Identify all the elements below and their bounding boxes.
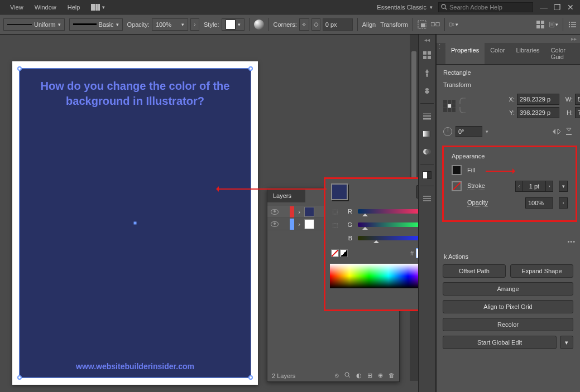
handle-tl[interactable] (17, 66, 22, 71)
more-options-icon[interactable]: ••• (567, 238, 577, 245)
view-grid-icon[interactable] (536, 20, 545, 29)
fill-swatch[interactable] (331, 183, 348, 200)
symbols-icon[interactable] (421, 85, 433, 96)
b-slider[interactable] (358, 236, 421, 240)
opacity-chevron[interactable]: › (559, 197, 568, 209)
tab-color[interactable]: Color (485, 43, 510, 64)
rotate-knob[interactable] (443, 127, 452, 136)
bw-swatch[interactable] (340, 249, 348, 257)
visibility-icon[interactable] (271, 209, 279, 215)
brush-select[interactable]: Basic ▾ (69, 18, 123, 31)
opacity-input[interactable]: 100%▾ (152, 18, 188, 31)
w-input[interactable] (575, 94, 580, 105)
expand-icon[interactable]: ▸▸ (437, 35, 580, 43)
view-doc-icon[interactable]: ▾ (549, 20, 558, 29)
menu-view[interactable]: View (4, 4, 29, 11)
svg-point-3 (442, 4, 445, 8)
g-slider[interactable] (358, 222, 421, 227)
panel-grip-icon[interactable]: ⋮⋮ (437, 43, 445, 64)
align-pixel-button[interactable]: Align to Pixel Grid (443, 300, 573, 313)
menu-bar: View Window Help ▾ Essentials Classic ▾ … (0, 0, 580, 14)
stroke-icon[interactable] (421, 110, 433, 122)
isolate-icon[interactable] (418, 20, 426, 29)
workspace-switcher[interactable]: Essentials Classic ▾ (371, 4, 438, 11)
new-layer-icon[interactable]: ⊕ (378, 372, 383, 379)
transparency-icon[interactable] (421, 146, 433, 157)
transform-label[interactable]: Transform (380, 21, 408, 28)
corners-stepper[interactable]: ◇ (311, 18, 320, 31)
artboard[interactable]: How do you change the color of the backg… (12, 61, 258, 385)
h-input[interactable] (575, 107, 580, 118)
handle-tr[interactable] (248, 66, 253, 71)
svg-rect-2 (98, 4, 100, 11)
recolor-icon[interactable] (254, 20, 264, 30)
r-slider[interactable] (358, 209, 421, 214)
menu-help[interactable]: Help (62, 4, 86, 11)
svg-rect-6 (421, 23, 425, 27)
sublayer-icon[interactable]: ⊞ (367, 372, 372, 379)
maximize-button[interactable]: ❐ (552, 3, 562, 12)
delete-icon[interactable]: 🗑 (389, 372, 395, 379)
align-to-icon[interactable]: ▾ (449, 20, 458, 29)
handle-bl[interactable] (17, 375, 22, 380)
angle-input[interactable] (456, 126, 482, 137)
tab-libraries[interactable]: Libraries (510, 43, 545, 64)
global-edit-dropdown[interactable]: ▾ (560, 336, 573, 349)
view-list-icon[interactable] (568, 20, 577, 29)
handle-br[interactable] (248, 375, 253, 380)
anchor-widget[interactable] (443, 100, 456, 112)
corners-value[interactable] (323, 18, 353, 31)
appearance-small-icon[interactable] (423, 171, 432, 179)
search-icon[interactable] (344, 372, 351, 379)
offset-path-button[interactable]: Offset Path (443, 264, 506, 278)
opacity-chevron[interactable]: › (190, 18, 199, 31)
align-label[interactable]: Align (362, 21, 376, 28)
locate-icon[interactable]: ⎋ (335, 372, 339, 379)
none-swatch[interactable] (331, 249, 339, 257)
help-search[interactable]: Search Adobe Help (438, 2, 533, 12)
collapse-icon[interactable]: ◂◂ (424, 37, 430, 43)
stroke-dropdown[interactable]: ▾ (559, 181, 568, 192)
mask-icon[interactable]: ◐ (356, 372, 362, 379)
stroke-width-value[interactable] (523, 181, 545, 192)
expand-shape-button[interactable]: Expand Shape (510, 264, 573, 278)
expand-layer-icon[interactable]: › (296, 209, 302, 215)
stroke-swatch-button[interactable] (452, 181, 462, 191)
stroke-label: Stroke (467, 182, 485, 190)
visibility-icon[interactable] (271, 221, 279, 227)
flip-h-icon[interactable] (552, 128, 561, 135)
corners-link-icon[interactable]: ⟡ (299, 18, 309, 31)
style-swatch[interactable]: ▾ (222, 18, 245, 31)
close-button[interactable]: ✕ (565, 3, 576, 12)
fill-swatch-button[interactable] (452, 165, 462, 175)
stroke-profile-select[interactable]: Uniform ▾ (3, 18, 65, 31)
tab-color-guide[interactable]: Color Guid (545, 43, 580, 64)
scrollbar-thumb[interactable] (411, 51, 416, 196)
quick-actions-title: k Actions (443, 249, 573, 264)
layers-tab[interactable]: Layers (267, 189, 305, 202)
brushes-icon[interactable] (421, 67, 433, 79)
layer-thumbnail (304, 207, 314, 217)
expand-layer-icon[interactable]: › (296, 221, 302, 228)
list-small-icon[interactable] (421, 193, 433, 204)
gradient-icon[interactable] (421, 128, 433, 139)
tab-properties[interactable]: Properties (445, 43, 485, 64)
workspace-name: Essentials Classic (377, 4, 426, 11)
select-similar-icon[interactable] (431, 20, 440, 29)
arrange-button[interactable]: Arrange (443, 282, 573, 296)
svg-point-22 (569, 23, 570, 25)
stroke-width-stepper[interactable]: ‹ › (515, 181, 553, 192)
recolor-button[interactable]: Recolor (443, 318, 573, 331)
flip-v-icon[interactable] (564, 128, 573, 135)
angle-chevron-icon[interactable]: ▾ (486, 129, 488, 134)
arrange-docs-icon[interactable]: ▾ (85, 4, 111, 11)
opacity-value[interactable] (525, 197, 553, 209)
menu-window[interactable]: Window (29, 4, 62, 11)
svg-line-4 (445, 8, 447, 9)
link-wh-icon[interactable] (459, 95, 469, 117)
minimize-button[interactable]: — (539, 3, 549, 12)
rectangle-object[interactable]: How do you change the color of the backg… (19, 68, 251, 378)
swatches-icon[interactable] (421, 50, 433, 61)
global-edit-button[interactable]: Start Global Edit (443, 336, 557, 349)
svg-rect-0 (91, 4, 95, 11)
